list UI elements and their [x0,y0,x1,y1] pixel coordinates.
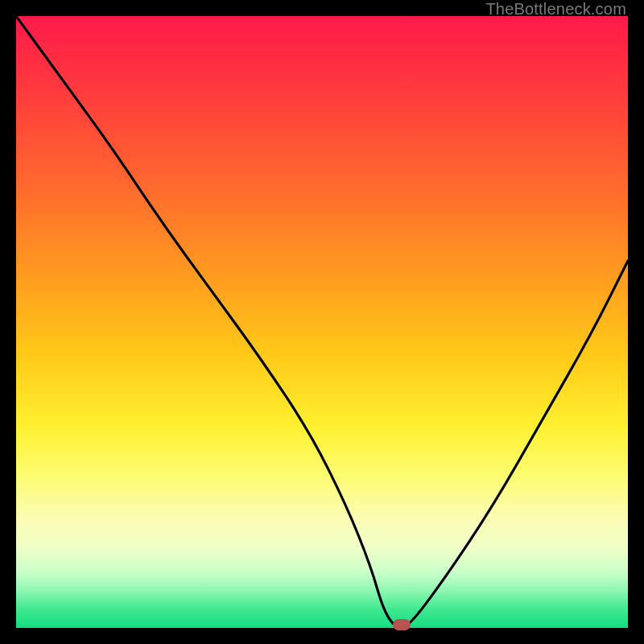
plot-area [16,16,628,628]
bottleneck-curve [16,16,628,628]
optimum-marker [393,619,411,630]
watermark-text: TheBottleneck.com [485,0,626,19]
chart-frame: TheBottleneck.com [0,0,644,644]
